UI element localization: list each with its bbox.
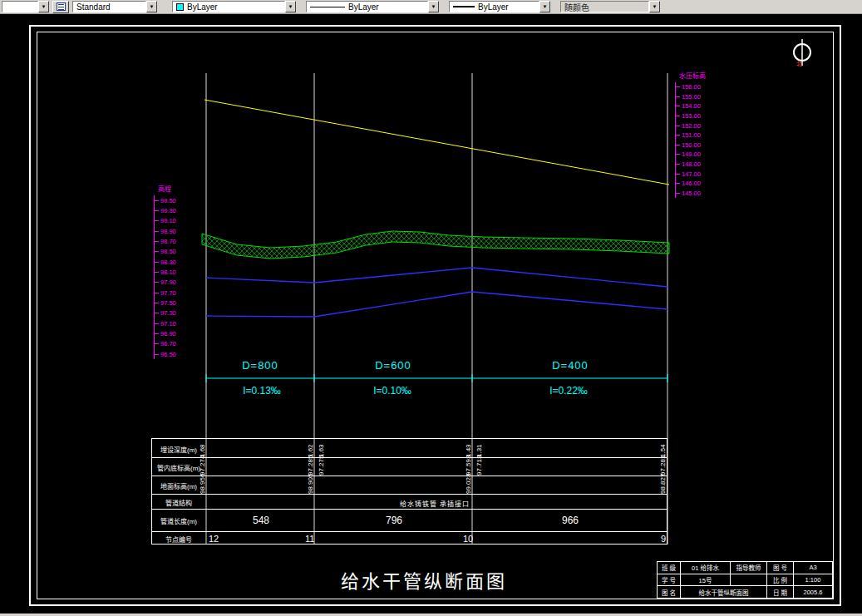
elevation-scale-left: 高程 99.50 99.30 99.10 98.90 [154, 184, 176, 359]
ground-value: 99.023 [465, 476, 472, 494]
tick-value: 154.00 [682, 102, 701, 110]
table-row-divider [152, 457, 667, 458]
table-row-divider [152, 531, 667, 532]
hydraulic-grade-line [204, 100, 669, 185]
tick-dash-icon [155, 200, 159, 201]
tick-dash-icon [676, 174, 680, 175]
segment-diameter-label: D=600 [375, 359, 411, 372]
tick-dash-icon [155, 210, 159, 211]
tick-value: 99.10 [160, 217, 176, 224]
plot-style-combo[interactable]: 随颜色 ▼ [560, 1, 660, 12]
depth-value: 1.63 [318, 440, 325, 457]
scale-tick: 155.00 [676, 92, 706, 102]
toolbar-left-combo[interactable]: ▼ [2, 1, 49, 12]
titleblock-scale-value: 1:100 [794, 574, 833, 587]
text-style-button[interactable] [52, 1, 69, 13]
slope-baseline [206, 374, 667, 382]
tick-value: 99.50 [160, 197, 176, 205]
properties-toolbar: ▼ Standard ▼ ByLayer ▼ ByLayer ▼ [0, 0, 862, 14]
table-row-label: 埋设深度(m) [152, 445, 205, 454]
scale-tick: 98.50 [155, 247, 176, 257]
titleblock-class-value: 01 给排水 [681, 562, 731, 574]
tick-dash-icon [676, 145, 680, 145]
segment-length-value: 796 [386, 515, 402, 526]
invert-value: 97.285 [307, 458, 314, 476]
tick-dash-icon [676, 96, 680, 97]
tick-value: 99.30 [160, 207, 176, 214]
cad-window: ▼ Standard ▼ ByLayer ▼ ByLayer ▼ [0, 0, 862, 616]
ground-line [202, 231, 669, 259]
segment-diameter-label: D=800 [242, 359, 278, 372]
scale-tick: 147.00 [676, 169, 706, 179]
plot-style-value: 随颜色 [564, 1, 589, 12]
scale-tick: 153.00 [676, 111, 706, 121]
scale-tick: 150.00 [676, 140, 706, 150]
scale-tick: 154.00 [676, 101, 706, 111]
tick-dash-icon [676, 126, 680, 126]
tick-value: 96.50 [160, 351, 176, 358]
plot-style-arrow-icon[interactable]: ▼ [649, 1, 660, 12]
scale-tick: 152.00 [676, 121, 706, 131]
titleblock-drawing-name: 给水干管纵断面图 [681, 586, 767, 599]
table-row-label: 管内底标高(m) [152, 463, 205, 472]
scale-tick: 98.30 [155, 257, 176, 267]
lineweight-combo[interactable]: ByLayer ▼ [449, 1, 550, 12]
tick-dash-icon [676, 183, 680, 184]
ground-value: 98.905 [307, 476, 314, 494]
scale-tick: 97.90 [155, 278, 176, 288]
tick-value: 96.70 [160, 340, 176, 347]
tick-dash-icon [676, 116, 680, 116]
title-block: 班 级 01 给排水 指导教师 图 号 A3 学 号 15号 比 例 1:100… [657, 561, 834, 599]
titleblock-name-label: 图 名 [658, 586, 681, 599]
scale-tick: 148.00 [676, 160, 706, 170]
tick-value: 146.00 [682, 180, 701, 187]
segment-slope-label: I=0.13‰ [243, 385, 281, 397]
tick-value: 97.10 [160, 320, 176, 328]
color-combo[interactable]: ByLayer ▼ [172, 1, 296, 12]
tick-dash-icon [155, 354, 159, 355]
toolbar-left-combo-arrow-icon[interactable]: ▼ [38, 1, 49, 12]
pressure-scale-label: 水压标高 [675, 71, 706, 80]
scale-tick: 99.30 [155, 205, 176, 215]
tick-dash-icon [155, 251, 159, 252]
tick-dash-icon [155, 323, 159, 324]
table-row-divider [152, 494, 667, 495]
tick-value: 96.90 [160, 330, 176, 338]
tick-value: 97.90 [160, 278, 176, 286]
drawing-canvas[interactable]: 北 高程 99.50 99.30 99.10 98.90 [0, 14, 862, 614]
tick-dash-icon [155, 313, 159, 313]
text-style-combo[interactable]: Standard ▼ [72, 1, 157, 12]
tick-dash-icon [155, 303, 159, 303]
linetype-combo[interactable]: ByLayer ▼ [306, 1, 439, 12]
linetype-combo-arrow-icon[interactable]: ▼ [428, 1, 439, 12]
tick-dash-icon [155, 220, 159, 221]
scale-tick: 99.50 [155, 195, 176, 205]
segment-diameter-label: D=400 [552, 359, 589, 372]
invert-value: 97.281 [659, 458, 667, 476]
tick-value: 98.10 [160, 269, 176, 276]
pressure-scale-right: 水压标高 156.00 155.00 154.00 153.00 [675, 71, 706, 198]
tick-value: 152.00 [682, 122, 701, 130]
depth-value: 1.62 [307, 440, 314, 457]
profile-data-table: 埋设深度(m) 管内底标高(m) 地面标高(m) 管道结构 管道长度(m) 节点… [151, 438, 667, 545]
tick-value: 97.70 [160, 289, 176, 297]
titleblock-class-label: 班 级 [658, 562, 681, 574]
lineweight-sample-icon [453, 6, 475, 7]
scale-tick: 97.30 [155, 308, 176, 318]
depth-value: 1.54 [659, 440, 667, 457]
node-number: 11 [305, 534, 314, 544]
tick-dash-icon [155, 343, 159, 344]
tick-dash-icon [676, 106, 680, 106]
lineweight-combo-arrow-icon[interactable]: ▼ [539, 1, 550, 12]
tick-value: 98.50 [160, 248, 176, 255]
scale-tick: 97.70 [155, 288, 176, 298]
color-combo-arrow-icon[interactable]: ▼ [285, 1, 296, 12]
depth-value: 1.68 [199, 440, 206, 457]
titleblock-scale-label: 比 例 [767, 574, 794, 587]
titleblock-empty-cell [731, 574, 767, 587]
text-style-value: Standard [76, 2, 111, 12]
text-style-arrow-icon[interactable]: ▼ [146, 1, 157, 12]
titleblock-id-label: 学 号 [658, 574, 681, 587]
tick-value: 97.50 [160, 299, 176, 307]
tick-value: 150.00 [682, 141, 701, 149]
